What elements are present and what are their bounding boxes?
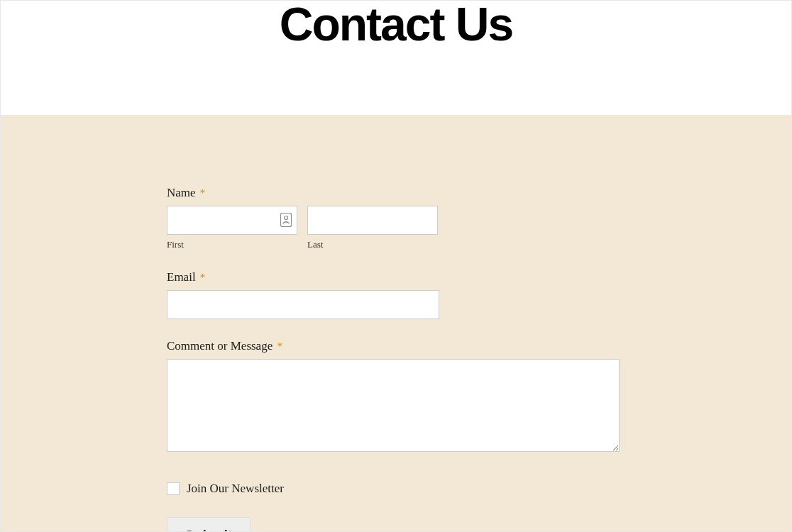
- first-name-input[interactable]: [167, 206, 297, 235]
- required-mark: *: [277, 340, 282, 352]
- required-mark: *: [200, 187, 206, 199]
- form-section: Name * First Las: [1, 115, 791, 532]
- email-label-text: Email: [167, 270, 196, 284]
- first-name-column: First: [167, 206, 297, 250]
- page-title: Contact Us: [1, 1, 791, 48]
- last-name-sublabel: Last: [307, 239, 438, 250]
- last-name-input[interactable]: [307, 206, 438, 235]
- newsletter-label: Join Our Newsletter: [187, 482, 284, 496]
- comment-textarea[interactable]: [167, 359, 620, 452]
- svg-point-1: [285, 216, 288, 220]
- newsletter-checkbox[interactable]: [167, 482, 180, 495]
- name-label: Name *: [167, 186, 620, 200]
- required-mark: *: [200, 272, 206, 283]
- comment-label: Comment or Message *: [167, 339, 620, 353]
- last-name-column: Last: [307, 206, 438, 250]
- name-field-group: Name * First Las: [167, 186, 620, 250]
- first-name-sublabel: First: [167, 239, 297, 250]
- submit-button[interactable]: Submit: [167, 517, 251, 532]
- name-label-text: Name: [167, 186, 196, 199]
- name-row: First Last: [167, 206, 620, 250]
- email-label: Email *: [167, 270, 620, 284]
- email-input[interactable]: [167, 290, 439, 319]
- header-section: Contact Us: [1, 1, 791, 115]
- email-field-group: Email *: [167, 270, 620, 319]
- contact-form: Name * First Las: [167, 186, 620, 532]
- newsletter-row: Join Our Newsletter: [167, 482, 620, 496]
- comment-label-text: Comment or Message: [167, 339, 273, 353]
- autofill-contact-icon: [280, 213, 292, 227]
- comment-field-group: Comment or Message *: [167, 339, 620, 455]
